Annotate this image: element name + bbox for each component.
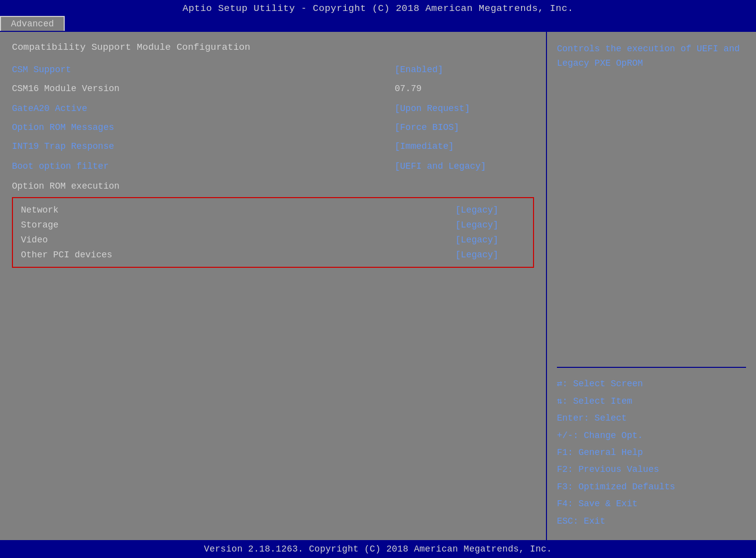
option-rom-execution-header: Option ROM execution [12,181,534,191]
key-esc: ESC: Exit [557,513,746,529]
key-f2: F2: Previous Values [557,461,746,477]
option-rom-messages-row[interactable]: Option ROM Messages [Force BIOS] [12,122,534,132]
other-pci-value: [Legacy] [455,250,525,260]
gatea20-value: [Upon Request] [395,104,534,113]
footer: Version 2.18.1263. Copyright (C) 2018 Am… [0,540,756,558]
tab-advanced[interactable]: Advanced [0,16,65,31]
option-rom-messages-value: [Force BIOS] [395,122,534,132]
rom-execution-box: Network [Legacy] Storage [Legacy] Video … [12,197,534,268]
gatea20-label: GateA20 Active [12,104,87,113]
divider [557,367,746,368]
help-text: Controls the execution of UEFI and Legac… [557,42,746,359]
storage-row[interactable]: Storage [Legacy] [21,220,525,230]
csm-support-value: [Enabled] [395,65,534,75]
int19-value: [Immediate] [395,141,534,151]
int19-row[interactable]: INT19 Trap Response [Immediate] [12,141,534,151]
bios-screen: Aptio Setup Utility - Copyright (C) 2018… [0,0,756,558]
network-label: Network [21,205,59,215]
option-rom-messages-label: Option ROM Messages [12,122,114,132]
gatea20-row[interactable]: GateA20 Active [Upon Request] [12,104,534,113]
csm-support-label: CSM Support [12,65,71,75]
network-row[interactable]: Network [Legacy] [21,205,525,215]
key-help: ⇄: Select Screen ⇅: Select Item Enter: S… [557,376,746,530]
video-label: Video [21,235,48,245]
csm-support-row[interactable]: CSM Support [Enabled] [12,65,534,75]
key-f3: F3: Optimized Defaults [557,479,746,495]
key-enter-select: Enter: Select [557,410,746,426]
left-panel: Compatibility Support Module Configurati… [0,32,547,540]
title-text: Aptio Setup Utility - Copyright (C) 2018… [0,3,756,16]
main-area: Compatibility Support Module Configurati… [0,31,756,540]
tab-bar: Advanced [0,16,756,31]
key-select-item: ⇅: Select Item [557,393,746,409]
storage-value: [Legacy] [455,220,525,230]
key-f1: F1: General Help [557,445,746,460]
boot-option-filter-value: [UEFI and Legacy] [395,161,534,171]
key-select-screen: ⇄: Select Screen [557,376,746,392]
section-title: Compatibility Support Module Configurati… [12,42,534,53]
other-pci-label: Other PCI devices [21,250,112,260]
storage-label: Storage [21,220,59,230]
footer-text: Version 2.18.1263. Copyright (C) 2018 Am… [204,544,552,554]
key-change-opt: +/-: Change Opt. [557,428,746,444]
boot-option-filter-row[interactable]: Boot option filter [UEFI and Legacy] [12,161,534,171]
other-pci-row[interactable]: Other PCI devices [Legacy] [21,250,525,260]
title-bar: Aptio Setup Utility - Copyright (C) 2018… [0,0,756,31]
network-value: [Legacy] [455,205,525,215]
int19-label: INT19 Trap Response [12,141,114,151]
boot-option-filter-label: Boot option filter [12,161,108,171]
csm16-row: CSM16 Module Version 07.79 [12,84,534,94]
csm16-value: 07.79 [395,84,534,94]
key-f4: F4: Save & Exit [557,496,746,512]
video-row[interactable]: Video [Legacy] [21,235,525,245]
csm16-label: CSM16 Module Version [12,84,119,94]
right-panel: Controls the execution of UEFI and Legac… [547,32,756,540]
video-value: [Legacy] [455,235,525,245]
